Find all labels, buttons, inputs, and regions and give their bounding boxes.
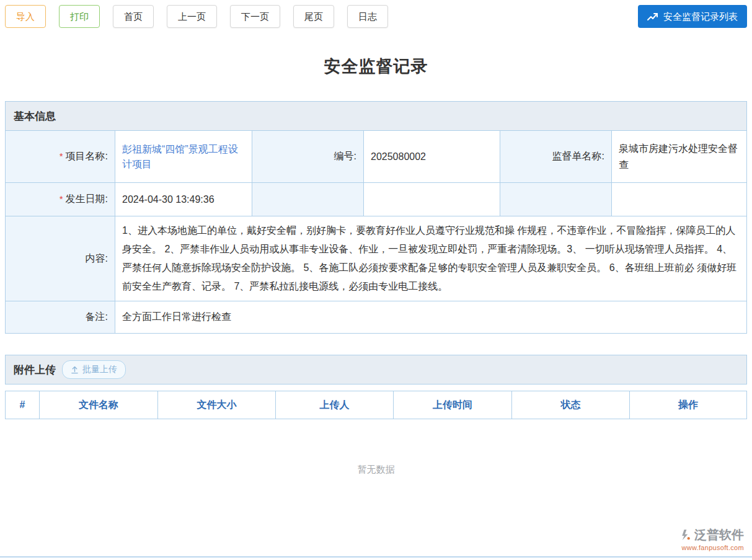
empty-value-cell (612, 183, 747, 216)
col-header-upload-time: 上传时间 (394, 391, 512, 419)
footer-brand-name: 泛普软件 (694, 527, 744, 543)
table-row: *发生日期: 2024-04-30 13:49:36 (6, 183, 747, 216)
next-page-button[interactable]: 下一页 (230, 5, 280, 28)
last-page-button[interactable]: 尾页 (293, 5, 334, 28)
page-title: 安全监督记录 (5, 55, 747, 78)
safety-supervision-record-page: 导入 打印 首页 上一页 下一页 尾页 日志 安全监督记录列表 安全监督记录 基… (0, 0, 752, 560)
col-header-actions: 操作 (630, 391, 747, 419)
supervision-name-text: 泉城市房建污水处理安全督查 (619, 141, 740, 173)
table-row: 内容: 1、进入本场地施工的单位，戴好安全帽，别好胸卡，要教育好作业人员遵守行业… (6, 216, 747, 301)
prev-page-button[interactable]: 上一页 (167, 5, 217, 28)
occur-date-label-text: 发生日期: (66, 193, 108, 204)
import-button[interactable]: 导入 (5, 5, 46, 28)
table-row: 备注: 全方面工作日常进行检查 (6, 301, 747, 334)
empty-state-text: 暂无数据 (5, 419, 747, 520)
required-marker: * (60, 193, 63, 204)
attachments-header: 附件上传 批量上传 (5, 355, 747, 384)
fanpu-logo-icon (679, 529, 691, 541)
required-marker: * (60, 151, 63, 161)
first-page-button[interactable]: 首页 (113, 5, 154, 28)
number-value: 2025080002 (364, 131, 500, 183)
attachments-table: # 文件名称 文件大小 上传人 上传时间 状态 操作 (5, 391, 747, 419)
col-header-file-size: 文件大小 (158, 391, 276, 419)
footer-brand-site: www.fanpusoft.com (679, 544, 744, 551)
col-header-index: # (6, 391, 40, 419)
empty-value-cell (364, 183, 500, 216)
occur-date-value: 2024-04-30 13:49:36 (115, 183, 252, 216)
remark-value: 全方面工作日常进行检查 (115, 301, 747, 334)
footer-brand-row: 泛普软件 (679, 527, 744, 543)
record-list-button-label: 安全监督记录列表 (663, 12, 738, 21)
record-list-button[interactable]: 安全监督记录列表 (638, 5, 747, 28)
empty-label-cell (252, 183, 364, 216)
basic-info-title: 基本信息 (14, 109, 56, 123)
batch-upload-button[interactable]: 批量上传 (62, 360, 126, 379)
supervision-name-value: 泉城市房建污水处理安全督查 (612, 131, 747, 183)
basic-info-section: 基本信息 *项目名称: 彭祖新城“四馆”景观工程设计项目 编号: 2025080… (5, 101, 747, 334)
supervision-name-label: 监督单名称: (500, 131, 612, 183)
col-header-uploader: 上传人 (276, 391, 394, 419)
project-name-label: *项目名称: (6, 131, 115, 183)
attachments-title: 附件上传 (14, 363, 56, 377)
footer-brand: 泛普软件 www.fanpusoft.com (679, 527, 744, 551)
col-header-status: 状态 (512, 391, 630, 419)
project-name-cell: 彭祖新城“四馆”景观工程设计项目 (115, 131, 252, 183)
trend-chart-icon (647, 12, 658, 21)
toolbar: 导入 打印 首页 上一页 下一页 尾页 日志 安全监督记录列表 (5, 5, 747, 28)
attachments-header-row: # 文件名称 文件大小 上传人 上传时间 状态 操作 (6, 391, 747, 419)
log-button[interactable]: 日志 (347, 5, 388, 28)
empty-label-cell (500, 183, 612, 216)
print-button[interactable]: 打印 (59, 5, 100, 28)
number-label: 编号: (252, 131, 364, 183)
content-value: 1、进入本场地施工的单位，戴好安全帽，别好胸卡，要教育好作业人员遵守行业规范和操… (115, 216, 747, 301)
upload-icon (71, 366, 79, 374)
table-row: *项目名称: 彭祖新城“四馆”景观工程设计项目 编号: 2025080002 监… (6, 131, 747, 183)
content-label: 内容: (6, 216, 115, 301)
col-header-file-name: 文件名称 (40, 391, 158, 419)
project-name-link[interactable]: 彭祖新城“四馆”景观工程设计项目 (122, 142, 245, 172)
page-bottom-divider (0, 556, 752, 558)
basic-info-table: *项目名称: 彭祖新城“四馆”景观工程设计项目 编号: 2025080002 监… (5, 130, 747, 334)
occur-date-label: *发生日期: (6, 183, 115, 216)
remark-label: 备注: (6, 301, 115, 334)
project-name-label-text: 项目名称: (66, 151, 108, 161)
attachments-section: 附件上传 批量上传 # 文件名称 (5, 355, 747, 520)
batch-upload-label: 批量上传 (82, 364, 117, 375)
basic-info-header: 基本信息 (5, 101, 747, 131)
